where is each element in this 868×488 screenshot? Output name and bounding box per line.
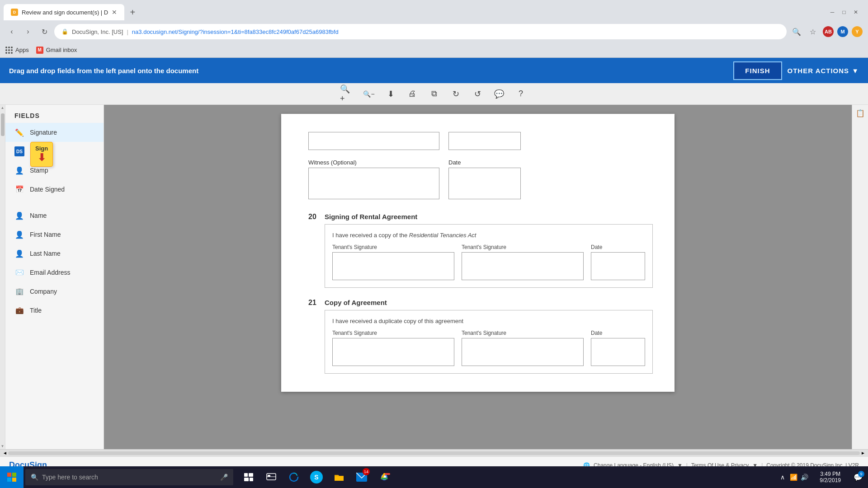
address-url: na3.docusign.net/Signing/?insession=1&ti… xyxy=(132,28,339,35)
scroll-thumb[interactable] xyxy=(1,113,5,136)
copy-button[interactable]: ⧉ xyxy=(427,87,441,101)
address-input[interactable]: 🔒 DocuSign, Inc. [US] | na3.docusign.net… xyxy=(54,24,787,39)
bookmark-gmail[interactable]: M Gmail inbox xyxy=(36,47,77,54)
field-item-initial[interactable]: DS Initial xyxy=(5,142,104,161)
volume-icon[interactable]: 🔊 xyxy=(800,473,809,482)
scroll-up-icon[interactable]: ▲ xyxy=(1,105,5,110)
section-21-content: Copy of Agreement I have received a dupl… xyxy=(325,299,653,374)
field-item-first-name[interactable]: 👤 First Name xyxy=(5,225,104,244)
zoom-in-button[interactable]: 🔍+ xyxy=(340,87,354,101)
section-21-sig1-box xyxy=(332,338,454,366)
witness-label: Witness (Optional) xyxy=(308,159,439,166)
previous-fields xyxy=(308,132,647,150)
new-tab-button[interactable]: + xyxy=(126,6,139,19)
bookmarks-bar: Apps M Gmail inbox xyxy=(0,42,868,58)
other-actions-button[interactable]: OTHER ACTIONS ▼ xyxy=(788,67,859,75)
field-item-company[interactable]: 🏢 Company xyxy=(5,282,104,301)
mail-button[interactable]: 14 xyxy=(352,466,372,488)
notification-icon: 💬 9 xyxy=(854,473,863,482)
field-item-email[interactable]: ✉️ Email Address xyxy=(5,263,104,282)
browser-toolbar-icons: 🔍 ☆ AB M Y xyxy=(790,25,863,38)
rotate-cw-button[interactable]: ↻ xyxy=(448,87,463,101)
email-icon: ✉️ xyxy=(14,267,24,277)
field-item-stamp[interactable]: 👤 Stamp xyxy=(5,161,104,180)
header-instruction: Drag and drop fields from the left panel… xyxy=(9,67,733,75)
zoom-out-button[interactable]: 🔍− xyxy=(362,87,376,101)
email-label: Email Address xyxy=(30,269,70,276)
window-controls: ─ □ ✕ xyxy=(829,9,864,15)
mail-badge: 14 xyxy=(363,468,370,475)
left-panel-content: FIELDS ✏️ Signature Sign ⬇ DS Initial 👤 … xyxy=(5,105,104,320)
field-item-date-signed[interactable]: 📅 Date Signed xyxy=(5,180,104,199)
field-item-name[interactable]: 👤 Name xyxy=(5,206,104,225)
skype-icon: S xyxy=(310,471,323,483)
document-area[interactable]: Witness (Optional) Date 20 Signing of Re… xyxy=(104,105,852,449)
network-icon[interactable]: 📶 xyxy=(789,473,798,482)
start-button[interactable] xyxy=(0,466,24,488)
close-button[interactable]: ✕ xyxy=(853,9,859,15)
edge-button[interactable] xyxy=(284,466,304,488)
bottom-scrollbar[interactable]: ◄ ► xyxy=(0,449,868,456)
lens-icon[interactable]: 🔍 xyxy=(790,25,803,38)
forward-button[interactable]: › xyxy=(22,25,34,38)
scroll-track[interactable] xyxy=(8,451,860,455)
section-21-sig2-box xyxy=(462,338,584,366)
field-item-title[interactable]: 💼 Title xyxy=(5,301,104,320)
left-scroll[interactable]: ▲ ▼ xyxy=(0,105,5,449)
other-actions-chevron-icon: ▼ xyxy=(852,67,859,75)
document-toolbar: 🔍+ 🔍− ⬇ 🖨 ⧉ ↻ ↺ 💬 ? xyxy=(0,83,868,105)
svg-rect-0 xyxy=(7,473,11,477)
cards-app-button[interactable] xyxy=(261,466,281,488)
section-21-date-box xyxy=(591,338,645,366)
mic-icon[interactable]: 🎤 xyxy=(220,474,228,481)
extension-icon[interactable]: Y xyxy=(852,26,863,37)
help-button[interactable]: ? xyxy=(514,87,528,101)
gmail-label: Gmail inbox xyxy=(46,47,77,53)
sign-tooltip[interactable]: Sign ⬇ xyxy=(30,142,53,167)
taskbar-app-icons: S 14 xyxy=(239,466,394,488)
section-21-sig1-label: Tenant's Signature xyxy=(332,330,454,336)
download-button[interactable]: ⬇ xyxy=(383,87,398,101)
main-content: ▲ ▼ FIELDS ✏️ Signature Sign ⬇ DS Initia… xyxy=(0,105,868,449)
skype-button[interactable]: S xyxy=(307,466,326,488)
clock-date: 9/2/2019 xyxy=(820,477,841,483)
clock-area[interactable]: 3:49 PM 9/2/2019 xyxy=(812,466,848,488)
scroll-down-icon[interactable]: ▼ xyxy=(1,444,5,449)
back-button[interactable]: ‹ xyxy=(5,25,18,38)
profile-icon[interactable]: M xyxy=(837,26,848,37)
address-bar: ‹ › ↻ 🔒 DocuSign, Inc. [US] | na3.docusi… xyxy=(0,21,868,42)
witness-date-box xyxy=(448,168,521,199)
rotate-ccw-button[interactable]: ↺ xyxy=(470,87,485,101)
section-21-fields: Tenant's Signature Tenant's Signature Da… xyxy=(332,330,645,366)
section-21-box: I have received a duplicate copy of this… xyxy=(325,310,653,374)
section-21-header: 21 Copy of Agreement I have received a d… xyxy=(308,299,647,374)
section-20-date-label: Date xyxy=(591,244,645,250)
tab-close-button[interactable]: ✕ xyxy=(112,9,117,16)
scroll-left-button[interactable]: ◄ xyxy=(2,450,8,456)
maximize-button[interactable]: □ xyxy=(841,9,847,15)
prev-field-1 xyxy=(308,132,439,150)
field-item-signature[interactable]: ✏️ Signature Sign ⬇ xyxy=(5,123,104,142)
star-icon[interactable]: ☆ xyxy=(807,25,819,38)
witness-box xyxy=(308,168,439,199)
minimize-button[interactable]: ─ xyxy=(829,9,835,15)
task-view-button[interactable] xyxy=(239,466,259,488)
file-explorer-button[interactable] xyxy=(329,466,349,488)
right-panel-icon[interactable]: 📋 xyxy=(854,107,867,119)
chrome-button[interactable] xyxy=(374,466,394,488)
bookmark-apps[interactable]: Apps xyxy=(5,47,29,54)
print-button[interactable]: 🖨 xyxy=(405,87,420,101)
refresh-button[interactable]: ↻ xyxy=(38,25,51,38)
active-tab[interactable]: D Review and sign document(s) | D ✕ xyxy=(4,4,124,20)
field-item-last-name[interactable]: 👤 Last Name xyxy=(5,244,104,263)
taskbar-search[interactable]: 🔍 Type here to search 🎤 xyxy=(25,469,233,485)
task-view-icon xyxy=(244,473,253,481)
extensions-icon[interactable]: AB xyxy=(823,26,834,37)
signature-label: Signature xyxy=(30,129,57,136)
section-20-sig2-group: Tenant's Signature xyxy=(462,244,584,280)
notification-button[interactable]: 💬 9 xyxy=(848,466,868,488)
chevron-up-icon[interactable]: ∧ xyxy=(778,473,787,482)
comment-button[interactable]: 💬 xyxy=(492,87,506,101)
scroll-right-button[interactable]: ► xyxy=(860,450,866,456)
finish-button[interactable]: FINISH xyxy=(733,61,782,80)
